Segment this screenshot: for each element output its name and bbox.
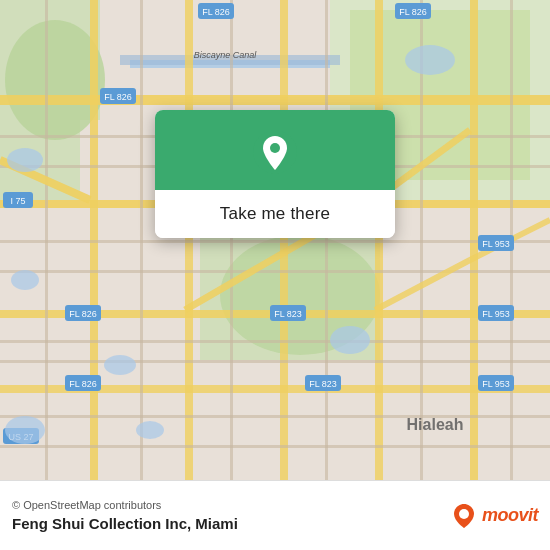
svg-point-74 bbox=[270, 143, 280, 153]
svg-rect-25 bbox=[0, 415, 550, 418]
svg-point-70 bbox=[405, 45, 455, 75]
svg-point-68 bbox=[136, 421, 164, 439]
svg-text:FL 826: FL 826 bbox=[69, 309, 97, 319]
svg-text:FL 823: FL 823 bbox=[309, 379, 337, 389]
svg-text:FL 953: FL 953 bbox=[482, 379, 510, 389]
take-me-there-button[interactable]: Take me there bbox=[155, 190, 395, 238]
svg-text:FL 953: FL 953 bbox=[482, 309, 510, 319]
svg-text:Hialeah: Hialeah bbox=[407, 416, 464, 433]
svg-rect-24 bbox=[0, 360, 550, 363]
svg-text:FL 826: FL 826 bbox=[104, 92, 132, 102]
svg-text:FL 826: FL 826 bbox=[399, 7, 427, 17]
svg-rect-27 bbox=[45, 0, 48, 480]
svg-point-65 bbox=[11, 270, 39, 290]
svg-rect-29 bbox=[230, 0, 233, 480]
svg-rect-23 bbox=[0, 340, 550, 343]
svg-rect-21 bbox=[0, 240, 550, 243]
svg-rect-28 bbox=[140, 0, 143, 480]
svg-text:FL 823: FL 823 bbox=[274, 309, 302, 319]
moovit-logo: moovit bbox=[450, 502, 538, 530]
svg-rect-30 bbox=[325, 0, 328, 480]
svg-text:FL 826: FL 826 bbox=[69, 379, 97, 389]
svg-text:FL 826: FL 826 bbox=[202, 7, 230, 17]
card-green-area bbox=[155, 110, 395, 190]
svg-rect-26 bbox=[0, 445, 550, 448]
moovit-brand-text: moovit bbox=[482, 505, 538, 526]
svg-text:FL 953: FL 953 bbox=[482, 239, 510, 249]
location-pin-icon bbox=[251, 128, 299, 176]
svg-rect-10 bbox=[0, 95, 550, 105]
svg-point-75 bbox=[459, 509, 469, 519]
map-container: FL 826 FL 826 FL 826 I 75 FL 953 FL 953 … bbox=[0, 0, 550, 480]
bottom-bar: © OpenStreetMap contributors Feng Shui C… bbox=[0, 480, 550, 550]
svg-point-69 bbox=[330, 326, 370, 354]
svg-point-64 bbox=[7, 148, 43, 172]
moovit-pin-icon bbox=[450, 502, 478, 530]
location-card: Take me there bbox=[155, 110, 395, 238]
svg-text:I 75: I 75 bbox=[10, 196, 25, 206]
svg-point-67 bbox=[104, 355, 136, 375]
svg-rect-22 bbox=[0, 270, 550, 273]
svg-point-66 bbox=[5, 416, 45, 444]
svg-text:Biscayne Canal: Biscayne Canal bbox=[194, 50, 258, 60]
